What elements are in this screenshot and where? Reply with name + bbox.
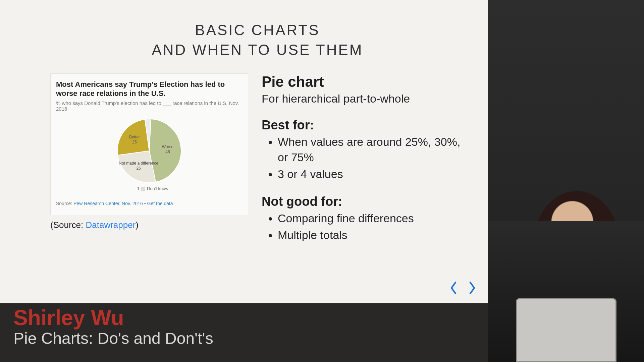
- slide-title: BASIC CHARTS AND WHEN TO USE THEM: [50, 20, 465, 60]
- example-headline: Most Americans say Trump's Election has …: [56, 80, 243, 98]
- bad-heading: Not good for:: [262, 194, 465, 209]
- copy-column: Pie chart For hierarchical part-to-whole…: [262, 73, 465, 256]
- pie-slice-value: 26: [137, 166, 141, 171]
- slide-title-line1: BASIC CHARTS: [195, 22, 320, 38]
- footnote-sep: •: [144, 201, 147, 206]
- bad-list: Comparing fine differencesMultiple total…: [262, 211, 465, 243]
- next-slide-button[interactable]: [466, 280, 479, 296]
- example-subhead: % who says Donald Trump's election has l…: [56, 100, 243, 112]
- external-source-line: (Source: Datawrapper): [50, 220, 248, 230]
- footnote-label: Source:: [56, 201, 73, 206]
- ext-source-link[interactable]: Datawrapper: [86, 220, 136, 230]
- lower-third-overlay: Shirley Wu Pie Charts: Do's and Don't's: [0, 303, 488, 362]
- list-item: Multiple totals: [278, 228, 465, 243]
- example-footnote: Source: Pew Research Center, Nov. 2016 •…: [56, 201, 243, 206]
- example-chart-card: Most Americans say Trump's Election has …: [50, 73, 248, 215]
- best-list: When values are around 25%, 30%, or 75%3…: [262, 134, 465, 182]
- dontknow-value: 1: [137, 186, 140, 191]
- talk-title: Pie Charts: Do's and Don't's: [13, 329, 475, 348]
- pie-slice-label: Worse: [162, 144, 174, 149]
- slide-nav: [447, 280, 479, 296]
- pie-slice-value: 46: [165, 149, 170, 154]
- video-frame: BASIC CHARTS AND WHEN TO USE THEM Most A…: [0, 0, 644, 362]
- presentation-slide: BASIC CHARTS AND WHEN TO USE THEM Most A…: [0, 0, 488, 303]
- pie-slice-label: Not made a difference: [119, 161, 158, 166]
- list-item: When values are around 25%, 30%, or 75%: [278, 134, 465, 165]
- footnote-link-data[interactable]: Get the data: [147, 201, 173, 206]
- pie-slice-value: 3: [147, 116, 149, 117]
- ext-source-prefix: (Source:: [50, 220, 86, 230]
- ext-source-suffix: ): [136, 220, 139, 230]
- slide-title-line2: AND WHEN TO USE THEM: [152, 42, 363, 58]
- presenter-camera: [488, 0, 644, 362]
- laptop-icon: [516, 298, 616, 362]
- pie-chart: Worse46Not made a difference26Better253 …: [56, 116, 243, 197]
- prev-slide-button[interactable]: [447, 280, 460, 296]
- example-column: Most Americans say Trump's Election has …: [50, 73, 248, 256]
- pie-slice-label: Better: [129, 135, 140, 139]
- best-heading: Best for:: [262, 118, 465, 132]
- pie-slice-value: 25: [132, 140, 137, 144]
- svg-rect-0: [141, 187, 145, 191]
- desk: [488, 221, 644, 362]
- list-item: Comparing fine differences: [278, 211, 465, 226]
- dontknow-label: Don't know: [147, 186, 169, 191]
- speaker-name: Shirley Wu: [13, 307, 475, 329]
- list-item: 3 or 4 values: [278, 167, 465, 182]
- section-lead: For hierarchical part-to-whole: [262, 92, 465, 105]
- section-heading: Pie chart: [262, 73, 465, 90]
- footnote-link-source[interactable]: Pew Research Center, Nov. 2016: [73, 201, 143, 206]
